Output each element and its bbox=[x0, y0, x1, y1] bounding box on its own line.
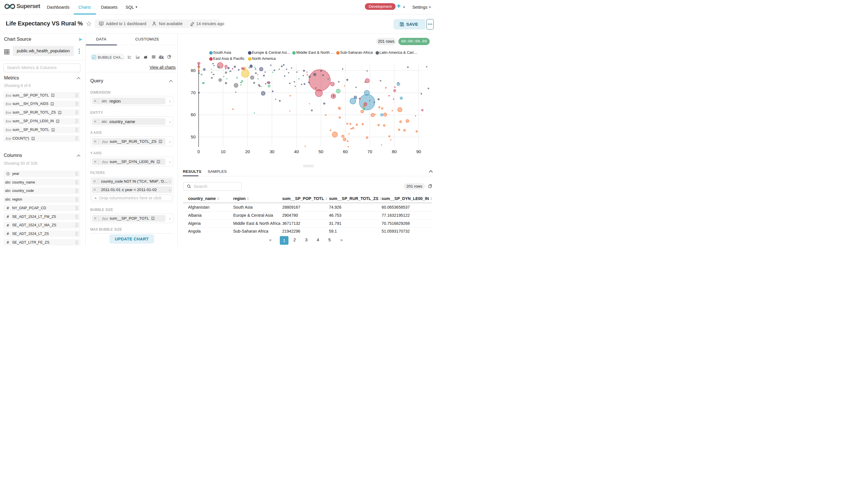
svg-text:10: 10 bbox=[221, 149, 226, 154]
svg-text:90: 90 bbox=[416, 149, 421, 154]
svg-text:30: 30 bbox=[270, 149, 275, 154]
svg-text:60: 60 bbox=[191, 112, 196, 117]
svg-text:80: 80 bbox=[191, 68, 196, 73]
svg-text:50: 50 bbox=[191, 134, 196, 139]
svg-text:70: 70 bbox=[367, 149, 372, 154]
svg-text:20: 20 bbox=[245, 149, 250, 154]
svg-text:50: 50 bbox=[319, 149, 323, 154]
svg-text:0: 0 bbox=[197, 149, 200, 154]
svg-text:60: 60 bbox=[343, 149, 348, 154]
svg-text:40: 40 bbox=[294, 149, 299, 154]
svg-text:70: 70 bbox=[191, 90, 196, 95]
svg-text:80: 80 bbox=[392, 149, 397, 154]
